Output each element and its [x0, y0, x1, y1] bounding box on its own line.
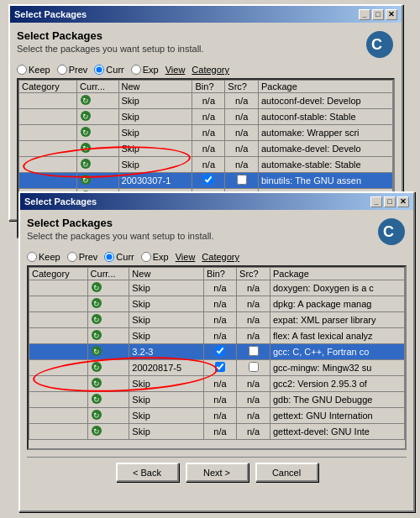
radio-prev-1[interactable]: Prev — [57, 65, 88, 75]
title-1: Select Packages — [14, 9, 87, 19]
category-link-2[interactable]: Category — [202, 252, 239, 262]
table-row[interactable]: ↻ Skip n/a n/a autoconf-stable: Stable — [19, 109, 393, 125]
close-btn-1[interactable]: ✕ — [386, 9, 397, 20]
minimize-btn-1[interactable]: _ — [359, 9, 370, 20]
radio-curr-1[interactable]: Curr — [94, 65, 123, 75]
cell-src: n/a — [225, 109, 259, 125]
section-subtitle-2: Select the packages you want setup to in… — [27, 231, 214, 241]
cell-new[interactable]: Skip — [129, 328, 204, 344]
radio-keep-2[interactable]: Keep — [27, 252, 60, 262]
cell-pkg: autoconf-devel: Develop — [259, 93, 393, 109]
cell-category — [29, 392, 88, 408]
table-row[interactable]: ↻ 20020817-5 gcc-mingw: Mingw32 su — [29, 360, 405, 376]
cell-bin — [203, 360, 236, 376]
table-row[interactable]: ↻ Skip n/a n/a doxygen: Doxygen is a c — [29, 280, 405, 296]
table-row[interactable]: ↻ 3.2-3 gcc: C, C++, Fortran co — [29, 344, 405, 360]
cell-new[interactable]: Skip — [129, 392, 204, 408]
maximize-btn-1[interactable]: □ — [372, 9, 384, 20]
table-row[interactable]: ↻ Skip n/a n/a gdb: The GNU Debugge — [29, 392, 405, 408]
window-2-content: Select Packages Select the packages you … — [20, 210, 413, 494]
svg-text:↻: ↻ — [93, 316, 100, 324]
col-category-1: Category — [19, 81, 77, 93]
radio-keep-1[interactable]: Keep — [17, 65, 50, 75]
radio-bar-1: Keep Prev Curr Exp View Category — [17, 65, 395, 75]
table-row[interactable]: ↻ Skip n/a n/a automake: Wrapper scri — [19, 125, 393, 141]
cell-curr: ↻ — [77, 93, 118, 109]
table-row[interactable]: ↻ Skip n/a n/a gettext: GNU Internation — [29, 408, 405, 424]
cell-category — [29, 408, 88, 424]
cell-category — [19, 93, 77, 109]
cell-new[interactable]: Skip — [118, 93, 192, 109]
table-row[interactable]: ↻ Skip n/a n/a automake-stable: Stable — [19, 157, 393, 173]
cell-pkg: doxygen: Doxygen is a c — [270, 280, 405, 296]
cell-new[interactable]: 20030307-1 — [118, 173, 192, 189]
cell-src: n/a — [237, 280, 270, 296]
cell-new[interactable]: Skip — [118, 125, 192, 141]
svg-text:↻: ↻ — [93, 411, 100, 420]
svg-text:↻: ↻ — [82, 97, 89, 105]
maximize-btn-2[interactable]: □ — [384, 196, 396, 207]
cell-new[interactable]: Skip — [129, 376, 204, 392]
cell-src — [237, 344, 270, 360]
radio-exp-2[interactable]: Exp — [141, 252, 169, 262]
cell-new[interactable]: 3.2-3 — [129, 344, 204, 360]
cell-pkg: gettext: GNU Internation — [270, 408, 405, 424]
cell-curr: ↻ — [87, 280, 129, 296]
cell-new[interactable]: Skip — [118, 157, 192, 173]
table-row[interactable]: ↻ Skip n/a n/a automake-devel: Develo — [19, 141, 393, 157]
cell-curr: ↻ — [87, 344, 129, 360]
table-row[interactable]: ↻ Skip n/a n/a expat: XML parser library — [29, 312, 405, 328]
radio-prev-2[interactable]: Prev — [67, 252, 98, 262]
minimize-btn-2[interactable]: _ — [370, 196, 382, 207]
cell-pkg: gcc2: Version 2.95.3 of — [270, 376, 405, 392]
category-link-1[interactable]: Category — [192, 65, 229, 75]
view-link-2[interactable]: View — [176, 252, 196, 262]
radio-curr-2[interactable]: Curr — [104, 252, 134, 262]
next-button[interactable]: Next > — [186, 463, 249, 482]
view-link-1[interactable]: View — [165, 65, 186, 75]
table-row[interactable]: ↻ Skip n/a n/a autoconf-devel: Develop — [19, 93, 393, 109]
cell-src: n/a — [225, 141, 259, 157]
section-subtitle-1: Select the packages you want setup to in… — [17, 44, 204, 54]
col-pkg-1: Package — [259, 81, 393, 93]
table-row[interactable]: ↻ Skip n/a n/a gcc2: Version 2.95.3 of — [29, 376, 405, 392]
table-row[interactable]: ↻ 20030307-1 binutils: The GNU assen — [19, 173, 393, 189]
cell-src: n/a — [237, 328, 270, 344]
cell-curr: ↻ — [87, 424, 129, 440]
bottom-buttons: < Back Next > Cancel — [27, 457, 407, 487]
svg-text:↻: ↻ — [93, 284, 100, 292]
cell-new[interactable]: Skip — [129, 312, 204, 328]
cell-src: n/a — [225, 93, 259, 109]
cell-pkg: gdb: The GNU Debugge — [270, 392, 405, 408]
col-src-2: Src? — [237, 268, 270, 280]
close-btn-2[interactable]: ✕ — [397, 196, 409, 207]
cell-new[interactable]: 20020817-5 — [129, 360, 204, 376]
back-button[interactable]: < Back — [116, 463, 179, 482]
cell-category — [29, 360, 88, 376]
svg-text:↻: ↻ — [93, 379, 100, 388]
cell-curr: ↻ — [77, 109, 118, 125]
table-row[interactable]: ↻ Skip n/a n/a dpkg: A package manag — [29, 296, 405, 312]
svg-text:↻: ↻ — [82, 112, 89, 121]
svg-text:↻: ↻ — [93, 300, 100, 308]
cell-src: n/a — [237, 408, 270, 424]
cell-new[interactable]: Skip — [129, 408, 204, 424]
svg-text:↻: ↻ — [93, 427, 100, 436]
radio-exp-1[interactable]: Exp — [131, 65, 159, 75]
cell-bin: n/a — [192, 93, 225, 109]
cell-pkg: automake-stable: Stable — [259, 157, 393, 173]
table-row[interactable]: ↻ Skip n/a n/a gettext-devel: GNU Inte — [29, 424, 405, 440]
titlebar-buttons-1: _ □ ✕ — [359, 9, 397, 20]
cell-new[interactable]: Skip — [118, 141, 192, 157]
cell-new[interactable]: Skip — [129, 296, 204, 312]
cell-new[interactable]: Skip — [118, 109, 192, 125]
cancel-button[interactable]: Cancel — [255, 463, 318, 482]
cell-category — [29, 376, 88, 392]
svg-text:↻: ↻ — [93, 348, 100, 356]
cell-new[interactable]: Skip — [129, 280, 204, 296]
cell-new[interactable]: Skip — [129, 424, 204, 440]
cell-bin: n/a — [203, 424, 236, 440]
cell-bin: n/a — [203, 296, 236, 312]
table-row[interactable]: ↻ Skip n/a n/a flex: A fast lexical anal… — [29, 328, 405, 344]
cell-src: n/a — [237, 376, 270, 392]
